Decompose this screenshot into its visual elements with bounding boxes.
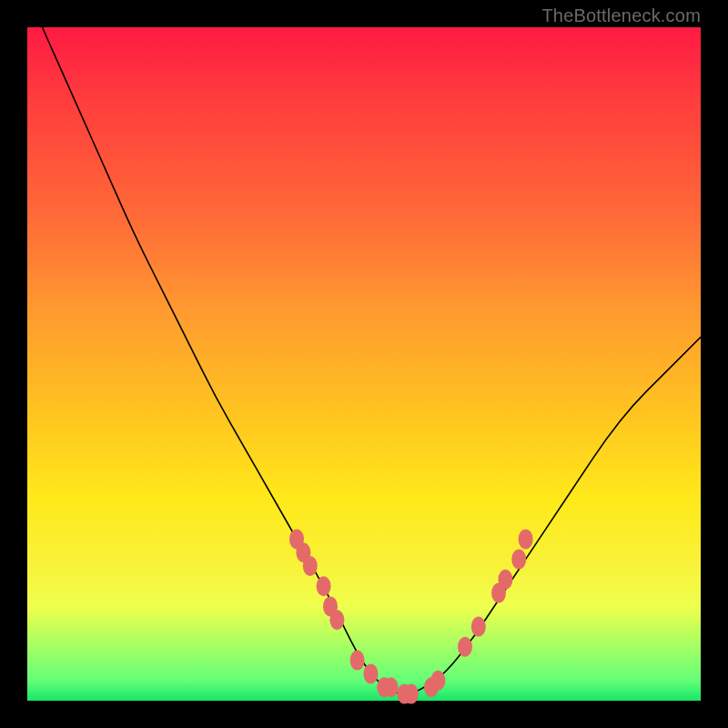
curve-marker [498,570,512,590]
curve-marker [329,610,344,630]
curve-marker [471,617,486,637]
curve-marker [519,529,533,549]
chart-stage: TheBottleneck.com [0,0,728,728]
curve-marker [363,663,378,683]
bottleneck-curve [27,0,701,694]
curve-marker [430,671,445,691]
watermark-text: TheBottleneck.com [541,5,701,26]
plot-area [27,27,701,701]
marker-group [289,529,533,703]
curve-marker [511,550,526,570]
curve-marker [303,556,318,576]
curve-marker [350,651,365,671]
curve-marker [317,576,331,596]
curve-marker [384,677,399,697]
curve-marker [404,684,419,704]
curve-layer [27,27,701,701]
curve-marker [458,637,472,657]
